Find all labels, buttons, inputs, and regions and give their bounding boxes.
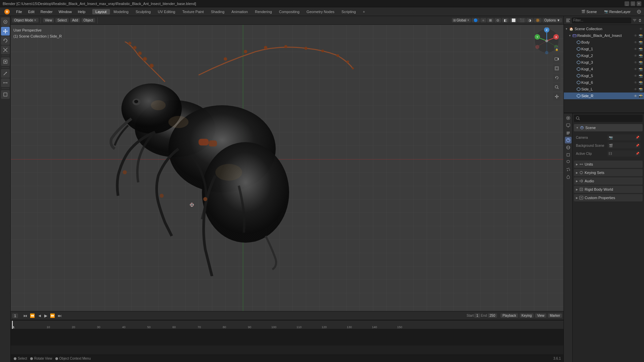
snap-toggle[interactable]: 🔵 [472,18,480,22]
outliner-item-kogt1[interactable]: ▶ Kogt_1 👁 📸 [564,46,644,52]
start-frame[interactable]: 1 [474,313,480,318]
play-reverse-btn[interactable]: ◄ [37,313,43,318]
view-layer-tab[interactable] [565,129,572,136]
workspace-compositing[interactable]: Compositing [276,9,303,14]
view-menu-tl[interactable]: View [535,313,546,318]
engine-icon[interactable] [635,8,643,15]
outliner-filter-icon[interactable] [633,18,637,22]
blender-logo-menu[interactable]: B [1,8,13,15]
audio-section-header[interactable]: ▶ Audio [574,177,643,185]
keying-menu[interactable]: Keying [520,313,534,318]
camera-value[interactable]: 📷 📌 [607,134,641,140]
workspace-scripting[interactable]: Scripting [338,9,359,14]
outliner-item-kogt6[interactable]: ▶ Kogt_6 👁 📸 [564,79,644,86]
move-view-btn[interactable] [553,93,561,101]
object-mode-dropdown[interactable]: Object Mode ▼ [12,18,39,22]
physics-tab[interactable] [565,174,572,180]
workspace-shading[interactable]: Shading [208,9,228,14]
window-controls[interactable]: _ □ ✕ [625,1,641,6]
scale-tool[interactable] [1,46,10,54]
step-back-btn[interactable]: ⏪ [29,313,36,318]
scene-section-header[interactable]: ▼ Scene [574,124,643,131]
jump-start-btn[interactable]: ⏮ [22,313,28,318]
xray-toggle[interactable]: ◧ [502,18,509,22]
workspace-animation[interactable]: Animation [228,9,251,14]
world-tab[interactable] [565,144,572,151]
show-gizmo[interactable]: ⊞ [487,18,494,22]
render-region-btn[interactable] [553,64,561,72]
output-tab[interactable] [565,122,572,129]
playback-menu[interactable]: Playback [500,313,518,318]
window-menu[interactable]: Window [56,9,74,14]
workspace-rendering[interactable]: Rendering [252,9,275,14]
outliner-item-kogt4[interactable]: ▶ Kogt_4 👁 📸 [564,66,644,72]
outliner-item-kogt2[interactable]: ▶ Kogt_2 👁 📸 [564,52,644,59]
camera-view-btn[interactable] [553,55,561,63]
workspace-geometry-nodes[interactable]: Geometry Nodes [303,9,338,14]
help-menu[interactable]: Help [75,9,88,14]
custom-props-section-header[interactable]: ▶ Custom Properties [574,194,643,201]
background-scene-value[interactable]: 🎬 📌 [607,142,641,148]
outliner-item-side-l[interactable]: ▶ Side_L 👁 📸 [564,86,644,93]
annotate-tool[interactable] [1,69,10,78]
jump-end-btn[interactable]: ⏭ [57,313,63,318]
material-preview[interactable]: ◑ [526,18,533,22]
move-tool[interactable] [1,27,10,36]
units-section-header[interactable]: ▶ Units [574,161,643,168]
workspace-sculpting[interactable]: Sculpting [132,9,154,14]
outliner-collection-ant[interactable]: ▼ Realistic_Black_Ant_Insect 👁 📸 [564,32,644,39]
maximize-button[interactable]: □ [631,1,635,6]
object-menu[interactable]: Object [82,18,95,22]
scene-tab[interactable] [565,137,572,143]
workspace-add[interactable]: + [360,9,368,14]
rendered-mode[interactable]: 🔆 [534,18,542,22]
rotate-view-btn[interactable] [553,74,561,82]
rigid-body-world-section-header[interactable]: ▶ Rigid Body World [574,186,643,193]
measure-tool[interactable] [1,78,10,87]
show-overlay[interactable]: ⊙ [494,18,501,22]
transform-coords[interactable]: ⊞ Global ▼ [452,18,471,22]
3d-viewport[interactable]: User Perspective (1) Scene Collection | … [11,25,564,311]
edit-menu[interactable]: Edit [25,9,37,14]
renderlayer-name[interactable]: RenderLayer [609,10,631,14]
keying-sets-section-header[interactable]: ▶ Keying Sets [574,169,643,176]
workspace-layout[interactable]: Layout [92,9,110,14]
zoom-view-btn[interactable] [553,83,561,91]
render-menu[interactable]: Render [38,9,55,14]
select-menu[interactable]: Select [55,18,69,22]
workspace-modeling[interactable]: Modeling [110,9,132,14]
add-menu[interactable]: Add [70,18,80,22]
active-clip-value[interactable]: 🎞 📌 [607,150,641,157]
end-frame[interactable]: 250 [488,313,497,318]
cursor-tool[interactable] [1,17,10,26]
render-tab[interactable] [565,115,572,121]
object-tab[interactable] [565,152,572,158]
solid-mode[interactable]: ⬛ [518,18,526,22]
timeline-content[interactable] [11,329,564,346]
outliner-scene-collection[interactable]: ▼ 🏠 Scene Collection 👁 [564,25,644,32]
outliner-item-side-r[interactable]: ▶ Side_R 👁 📸 [564,93,644,99]
proportional-edit[interactable]: ○ [480,18,486,22]
workspace-uv-editing[interactable]: UV Editing [154,9,178,14]
marker-menu[interactable]: Marker [548,313,562,318]
file-menu[interactable]: File [13,9,25,14]
step-forward-btn[interactable]: ⏩ [49,313,56,318]
play-btn[interactable]: ▶ [43,313,48,318]
wireframe-mode[interactable]: ⬜ [509,18,518,22]
close-button[interactable]: ✕ [637,1,641,6]
particles-tab[interactable] [565,166,572,173]
viewport-gizmo[interactable]: X Y Z [533,27,560,54]
view-menu[interactable]: View [43,18,54,22]
modifier-tab[interactable] [565,159,572,166]
properties-search[interactable] [574,115,643,122]
add-cube-tool[interactable] [1,90,10,99]
scene-name[interactable]: Scene [586,10,597,14]
outliner-sort-icon[interactable] [638,18,642,22]
workspace-texture-paint[interactable]: Texture Paint [179,9,207,14]
outliner-search[interactable] [572,17,631,23]
rotate-tool[interactable] [1,36,10,45]
transform-tool[interactable] [1,57,10,66]
current-frame[interactable]: 1 [12,313,18,318]
props-search-input[interactable] [581,117,641,120]
outliner-item-kogt3[interactable]: ▶ Kogt_3 👁 📸 [564,59,644,66]
